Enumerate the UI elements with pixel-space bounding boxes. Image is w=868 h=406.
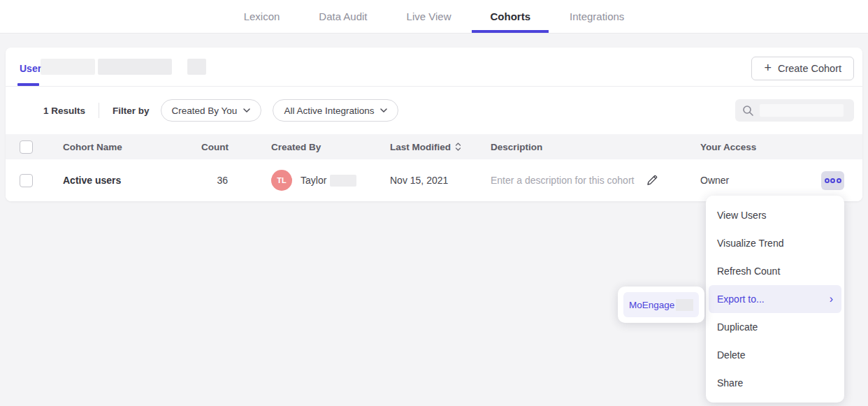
header-count[interactable]: Count [201,142,228,152]
filter-by-label: Filter by [113,106,150,116]
access-value: Owner [700,175,784,186]
menu-item-view-users[interactable]: View Users [706,201,844,229]
results-count: 1 Results [43,106,85,116]
header-last-modified-label: Last Modified [390,142,451,152]
chevron-down-icon [380,108,387,113]
nav-tab-data-audit[interactable]: Data Audit [317,0,368,33]
row-more-actions-button[interactable] [821,171,844,190]
header-your-access: Your Access [700,142,784,152]
description-field[interactable]: Enter a description for this cohort [491,173,700,187]
integrations-dropdown[interactable]: All Active Integrations [273,99,398,122]
table-row: Active users 36 TL Taylor Nov 15, 2021 E… [6,159,862,201]
submenu-item-moengage-label: MoEngage [629,300,674,310]
more-dots-icon [830,178,835,183]
created-by-dropdown-label: Created By You [172,106,238,116]
submenu-item-moengage[interactable]: MoEngage [623,292,699,317]
search-icon [742,105,754,117]
select-all-checkbox[interactable] [20,140,33,154]
redacted-submenu-block [676,299,693,311]
sort-icon[interactable] [455,142,461,152]
export-submenu: MoEngage [618,287,704,323]
active-tab-underline [472,30,549,33]
menu-item-delete[interactable]: Delete [706,341,844,369]
redacted-search-text [760,104,844,117]
create-cohort-button[interactable]: + Create Cohort [751,57,854,80]
created-by-name: Taylor [301,175,326,186]
menu-item-share[interactable]: Share [706,369,844,397]
header-last-modified[interactable]: Last Modified [390,142,491,152]
redacted-name-block [330,175,356,187]
menu-item-visualize-trend[interactable]: Visualize Trend [706,229,844,257]
avatar: TL [271,170,292,191]
cohorts-panel-header: User + Create Cohort [6,48,862,87]
chevron-right-icon: › [830,293,833,305]
more-dots-icon [825,178,830,183]
redacted-tab-block [98,59,172,75]
chevron-down-icon [243,108,250,113]
nav-tab-live-view[interactable]: Live View [405,0,453,33]
header-created-by[interactable]: Created By [271,142,390,152]
menu-item-export-to[interactable]: Export to... › [709,285,841,313]
filter-bar: 1 Results Filter by Created By You All A… [6,87,862,134]
description-placeholder: Enter a description for this cohort [491,175,634,186]
divider [99,103,99,118]
menu-item-duplicate[interactable]: Duplicate [706,313,844,341]
menu-item-export-to-label: Export to... [717,293,765,305]
tab-user[interactable]: User [20,63,41,74]
header-description: Description [491,142,700,152]
cohort-name-link[interactable]: Active users [63,175,121,186]
row-checkbox[interactable] [20,174,33,187]
nav-tab-cohorts-label: Cohorts [490,10,530,22]
more-dots-icon [837,178,841,183]
header-cohort-name[interactable]: Cohort Name [63,142,201,152]
cohorts-panel: User + Create Cohort 1 Results Filter by… [6,48,862,201]
user-tab-underline [17,83,39,86]
top-nav: Lexicon Data Audit Live View Cohorts Int… [0,0,868,34]
last-modified-value: Nov 15, 2021 [390,175,491,186]
nav-tab-lexicon[interactable]: Lexicon [243,0,282,33]
nav-tab-integrations[interactable]: Integrations [568,0,625,33]
create-cohort-label: Create Cohort [778,63,841,74]
plus-icon: + [764,61,772,74]
search-input[interactable] [735,99,854,122]
created-by-dropdown[interactable]: Created By You [161,99,262,122]
edit-description-button[interactable] [645,173,659,187]
table-header-row: Cohort Name Count Created By Last Modifi… [6,134,862,159]
pencil-icon [645,173,659,187]
redacted-tab-block [187,59,206,75]
redacted-tab-block [41,59,95,75]
nav-tab-cohorts[interactable]: Cohorts [489,0,532,33]
menu-item-refresh-count[interactable]: Refresh Count [706,257,844,285]
row-context-menu: View Users Visualize Trend Refresh Count… [706,196,844,403]
cohort-count: 36 [201,175,228,186]
integrations-dropdown-label: All Active Integrations [284,106,374,116]
